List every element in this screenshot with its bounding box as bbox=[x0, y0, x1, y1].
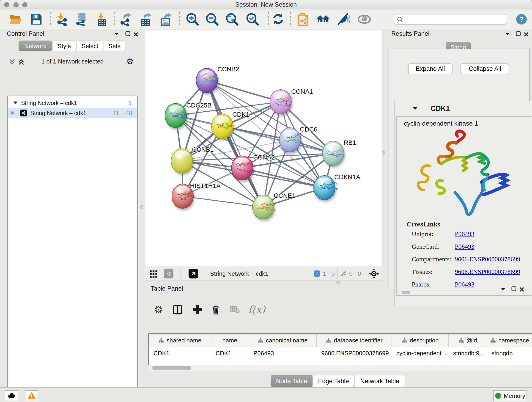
column-header-namespace[interactable]: namespace bbox=[487, 334, 532, 347]
cloud-icon[interactable] bbox=[5, 390, 18, 401]
crosshair-icon[interactable] bbox=[369, 269, 379, 279]
close-panel-icon[interactable]: ✕ bbox=[519, 286, 525, 294]
help-icon[interactable]: ? bbox=[516, 14, 527, 25]
home-icon[interactable] bbox=[316, 12, 330, 26]
network-row-selected[interactable]: String Network – cdk1 11 48 bbox=[8, 108, 137, 118]
collapse-panel-icon[interactable] bbox=[500, 287, 506, 291]
table-cell[interactable]: stringdb:9... bbox=[449, 347, 487, 360]
float-panel-icon[interactable] bbox=[515, 31, 521, 36]
section-triangle-icon[interactable] bbox=[412, 106, 418, 110]
right-splitter-handle[interactable] bbox=[382, 150, 385, 155]
collapse-panel-icon[interactable] bbox=[505, 32, 510, 36]
columns-icon[interactable] bbox=[172, 304, 183, 315]
column-header-database-identifier[interactable]: database identifier bbox=[317, 334, 392, 347]
crosslink-label: GeneCard: bbox=[412, 243, 439, 250]
hide-graphics-details-icon[interactable] bbox=[336, 12, 350, 26]
export-image-icon[interactable] bbox=[159, 12, 173, 26]
network-collection-count: 1 bbox=[128, 100, 132, 106]
network-collection-label: String Network – cdk1 bbox=[21, 100, 77, 106]
table-cell[interactable]: cyclin-dependent ... bbox=[392, 347, 449, 360]
table-row[interactable]: CDK1CDK1P064939606.ENSP00000378699cyclin… bbox=[149, 347, 532, 360]
column-header-canonical-name[interactable]: canonical name bbox=[249, 334, 317, 347]
tab-network[interactable]: Network bbox=[19, 41, 52, 51]
import-network-icon[interactable] bbox=[55, 12, 69, 26]
table-cell[interactable]: 9606.ENSP00000378699 bbox=[317, 347, 392, 360]
import-table-icon[interactable] bbox=[95, 12, 109, 26]
table-horizontal-scrollbar[interactable] bbox=[148, 365, 532, 371]
close-panel-icon[interactable]: ✕ bbox=[133, 31, 139, 38]
tab-sets[interactable]: Sets bbox=[104, 41, 125, 51]
expand-all-button[interactable]: Expand All bbox=[408, 64, 452, 74]
left-splitter-handle[interactable] bbox=[140, 205, 143, 209]
crosslink-value-link[interactable]: P06493 bbox=[455, 243, 475, 250]
network-node-hist1h1a[interactable]: HIST1H1A bbox=[172, 182, 221, 211]
network-node-ccne1[interactable]: CCNE1 bbox=[253, 192, 296, 221]
tree-column-icon bbox=[490, 338, 496, 344]
table-cell[interactable]: CDK1 bbox=[211, 347, 249, 360]
search-input[interactable] bbox=[394, 14, 507, 25]
column-header--id[interactable]: @id bbox=[449, 334, 487, 347]
gear-icon[interactable]: ⚙ bbox=[154, 304, 163, 315]
network-row-label: String Network – cdk1 bbox=[30, 110, 86, 116]
float-panel-icon[interactable] bbox=[125, 31, 131, 36]
network-node-cdk1[interactable]: CDK1 bbox=[211, 111, 249, 141]
warning-icon[interactable] bbox=[25, 390, 38, 401]
tab-select[interactable]: Select bbox=[76, 41, 103, 51]
save-session-icon[interactable] bbox=[29, 12, 43, 26]
share-view-icon[interactable] bbox=[164, 269, 173, 279]
node-label: CCNA2 bbox=[253, 154, 275, 161]
delete-column-icon[interactable] bbox=[210, 304, 221, 315]
tab-edge-table[interactable]: Edge Table bbox=[313, 375, 354, 387]
memory-button[interactable]: Memory bbox=[493, 390, 527, 401]
open-session-icon[interactable] bbox=[8, 12, 23, 26]
function-builder-icon: f(x) bbox=[248, 304, 265, 315]
hidden-eye-icon[interactable] bbox=[340, 270, 347, 277]
tab-network-table[interactable]: Network Table bbox=[355, 375, 405, 387]
selected-checkbox[interactable]: ✓ bbox=[314, 270, 320, 277]
open-in-string-icon[interactable] bbox=[297, 12, 311, 26]
refresh-icon[interactable] bbox=[271, 12, 285, 26]
toolbar-separator bbox=[179, 12, 180, 26]
zoom-selected-icon[interactable] bbox=[245, 12, 260, 26]
zoom-in-icon[interactable] bbox=[185, 12, 200, 26]
float-panel-icon[interactable] bbox=[511, 286, 517, 292]
close-panel-icon[interactable]: ✕ bbox=[523, 31, 529, 38]
scrollbar-thumb[interactable] bbox=[152, 366, 191, 370]
network-status-dot bbox=[11, 111, 14, 115]
column-header-shared-name[interactable]: shared name bbox=[149, 334, 211, 347]
crosslink-value-link[interactable]: 9606.ENSP00000378699 bbox=[455, 255, 520, 263]
tab-style[interactable]: Style bbox=[52, 41, 76, 51]
table-cell[interactable]: P06493 bbox=[249, 347, 317, 360]
section-title[interactable]: CDK1 bbox=[431, 104, 450, 113]
export-view-icon[interactable] bbox=[189, 269, 198, 279]
import-database-icon[interactable] bbox=[74, 12, 89, 26]
network-view-footer: String Network – cdk1 ✓ 1 - 0 0 - 0 bbox=[145, 266, 382, 281]
network-canvas[interactable]: CCNB2CCNA1CDC25BCDK1CDC6RB1CCNB1CCNA2CDK… bbox=[145, 30, 382, 266]
export-table-icon[interactable] bbox=[139, 12, 153, 26]
add-column-icon[interactable]: ✚ bbox=[192, 303, 202, 317]
network-node-ccnb1[interactable]: CCNB1 bbox=[171, 146, 214, 175]
node-label: CCNA1 bbox=[291, 88, 313, 95]
crosslink-value-link[interactable]: 9606.ENSP00000378699 bbox=[455, 268, 520, 275]
collapse-all-button[interactable]: Collapse All bbox=[461, 64, 509, 74]
control-panel: Control Panel ✕ NetworkStyleSelectSets 1… bbox=[2, 29, 138, 381]
export-network-icon[interactable] bbox=[119, 12, 133, 26]
network-node-cdkn1a[interactable]: CDKN1A bbox=[314, 173, 360, 202]
column-header-name[interactable]: name bbox=[211, 334, 249, 347]
network-collection-row[interactable]: String Network – cdk1 1 bbox=[8, 98, 137, 108]
column-header-description[interactable]: description bbox=[392, 334, 449, 347]
network-node-cdc6[interactable]: CDC6 bbox=[279, 126, 317, 154]
table-cell[interactable]: stringdb bbox=[487, 347, 532, 360]
zoom-fit-icon[interactable] bbox=[225, 12, 239, 26]
grid-view-icon[interactable] bbox=[149, 269, 158, 279]
table-cell[interactable]: CDK1 bbox=[149, 347, 211, 360]
network-node-rb1[interactable]: RB1 bbox=[322, 139, 356, 168]
crosslink-value-link[interactable]: P06493 bbox=[455, 230, 475, 238]
zoom-out-icon[interactable] bbox=[205, 12, 219, 26]
collapse-panel-icon[interactable] bbox=[114, 32, 120, 36]
crosslink-row: Tissues:9606.ENSP00000378699 bbox=[397, 268, 531, 281]
gear-icon[interactable]: ⚙ bbox=[126, 57, 133, 66]
network-node-count: 11 bbox=[113, 110, 119, 116]
tab-node-table[interactable]: Node Table bbox=[271, 375, 312, 387]
cdk1-details: cyclin-dependent kinase 1 bbox=[396, 116, 531, 296]
